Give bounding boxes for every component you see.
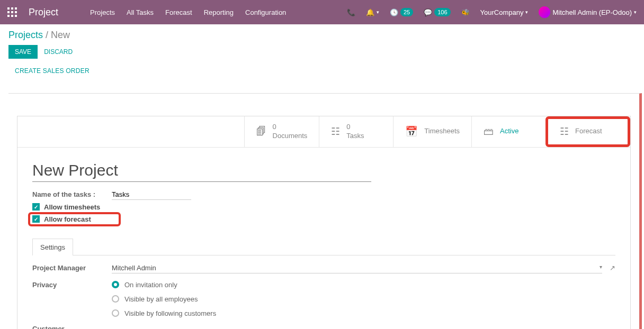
create-sales-order-button[interactable]: CREATE SALES ORDER — [8, 66, 636, 75]
tasks-name-label: Name of the tasks : — [32, 190, 112, 198]
notebook-tabs: Settings — [32, 238, 615, 255]
documents-icon: 🗐 — [256, 126, 266, 138]
stat-active[interactable]: 🗃 Active — [471, 116, 545, 147]
svg-rect-0 — [7, 7, 10, 10]
phone-icon[interactable]: 📞 — [347, 8, 355, 16]
forecast-icon: ☷ — [560, 125, 569, 138]
calendar-icon: 📅 — [405, 125, 418, 138]
svg-rect-1 — [11, 7, 13, 10]
activities-icon[interactable]: 🕓25 — [390, 8, 413, 16]
tasks-icon: ☷ — [331, 125, 340, 138]
breadcrumb-current: New — [51, 30, 70, 40]
privacy-opt-invitation[interactable]: On invitation only — [112, 281, 216, 289]
company-switcher[interactable]: YourCompany ▾ — [480, 8, 529, 16]
avatar — [539, 6, 550, 18]
breadcrumb: Projects / New — [8, 30, 636, 41]
apps-icon[interactable] — [7, 7, 17, 17]
archive-icon: 🗃 — [484, 126, 494, 138]
svg-rect-8 — [15, 15, 17, 17]
allow-forecast-row[interactable]: ✓ Allow forecast — [28, 212, 121, 226]
topnav: Project Projects All Tasks Forecast Repo… — [0, 0, 644, 24]
radio-unchecked-icon — [112, 295, 119, 303]
menu-forecast[interactable]: Forecast — [165, 8, 192, 16]
bug-icon[interactable]: 🐝 — [461, 8, 470, 16]
brand[interactable]: Project — [29, 7, 58, 18]
privacy-opt-customers[interactable]: Visible by following customers — [112, 309, 216, 317]
external-link-icon[interactable]: ↗ — [610, 264, 615, 272]
discuss-badge: 106 — [434, 8, 450, 16]
pm-label: Project Manager — [32, 264, 112, 272]
privacy-opt-employees[interactable]: Visible by all employees — [112, 295, 216, 303]
caret-down-icon: ▾ — [600, 264, 602, 270]
svg-rect-5 — [15, 11, 17, 13]
save-button[interactable]: SAVE — [8, 45, 38, 59]
svg-rect-3 — [7, 11, 10, 13]
main-menu: Projects All Tasks Forecast Reporting Co… — [90, 8, 347, 16]
stat-tasks[interactable]: ☷ 0Tasks — [319, 116, 393, 147]
discard-button[interactable]: DISCARD — [44, 48, 73, 56]
tasks-name-input[interactable] — [112, 189, 191, 200]
svg-rect-2 — [15, 7, 17, 10]
radio-checked-icon — [112, 281, 119, 288]
bell-icon[interactable]: 🔔▾ — [366, 8, 379, 16]
checkbox-checked-icon: ✓ — [32, 215, 40, 223]
menu-reporting[interactable]: Reporting — [204, 8, 234, 16]
pm-input[interactable]: Mitchell Admin▾ — [112, 263, 602, 273]
stat-documents[interactable]: 🗐 0Documents — [244, 116, 319, 147]
radio-unchecked-icon — [112, 309, 119, 317]
menu-configuration[interactable]: Configuration — [245, 8, 286, 16]
discuss-icon[interactable]: 💬106 — [424, 8, 450, 16]
checkbox-checked-icon: ✓ — [32, 203, 40, 211]
form-sheet: 🗐 0Documents ☷ 0Tasks 📅 Timesheets 🗃 Act… — [17, 116, 631, 329]
svg-rect-7 — [11, 15, 13, 17]
svg-rect-6 — [7, 15, 10, 17]
tab-settings[interactable]: Settings — [32, 239, 73, 255]
breadcrumb-root[interactable]: Projects — [8, 30, 43, 40]
privacy-label: Privacy — [32, 281, 112, 289]
allow-timesheets-row[interactable]: ✓ Allow timesheets — [32, 203, 615, 211]
stat-buttons: 🗐 0Documents ☷ 0Tasks 📅 Timesheets 🗃 Act… — [17, 116, 630, 148]
privacy-radio-group: On invitation only Visible by all employ… — [112, 281, 216, 317]
user-menu[interactable]: Mitchell Admin (EP-Odoo) ▾ — [539, 6, 637, 18]
activities-badge: 25 — [400, 8, 413, 16]
menu-all-tasks[interactable]: All Tasks — [127, 8, 154, 16]
project-name-input[interactable] — [32, 158, 371, 182]
menu-projects[interactable]: Projects — [90, 8, 115, 16]
svg-rect-4 — [11, 11, 13, 13]
customer-label: Customer — [32, 325, 112, 329]
stat-forecast[interactable]: ☷ Forecast — [545, 116, 630, 147]
stat-timesheets[interactable]: 📅 Timesheets — [393, 116, 471, 147]
